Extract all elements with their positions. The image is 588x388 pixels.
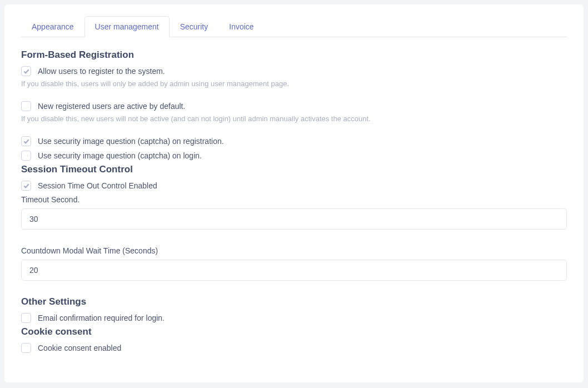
checkbox-email-confirm[interactable] xyxy=(21,313,31,323)
field-timeout-second: Timeout Second. xyxy=(21,195,567,242)
tab-bar: Appearance User management Security Invo… xyxy=(21,16,567,37)
input-countdown-wait[interactable] xyxy=(21,260,567,281)
tab-appearance[interactable]: Appearance xyxy=(21,16,84,37)
row-email-confirm: Email confirmation required for login. xyxy=(21,313,567,323)
row-captcha-login: Use security image question (captcha) on… xyxy=(21,151,567,161)
checkbox-captcha-register[interactable] xyxy=(21,136,31,146)
hint-allow-register: If you disable this, users will only be … xyxy=(21,79,567,88)
label-captcha-register: Use security image question (captcha) on… xyxy=(38,137,224,146)
section-title-session-timeout: Session Timeout Control xyxy=(21,164,567,175)
checkbox-session-enabled[interactable] xyxy=(21,181,31,191)
row-cookie-consent: Cookie consent enabled xyxy=(21,343,567,353)
settings-panel: Appearance User management Security Invo… xyxy=(4,4,584,382)
row-session-enabled: Session Time Out Control Enabled xyxy=(21,181,567,191)
tab-security[interactable]: Security xyxy=(170,16,219,37)
section-title-cookie-consent: Cookie consent xyxy=(21,326,567,337)
row-active-default: New registered users are active by defau… xyxy=(21,101,567,111)
checkbox-captcha-login[interactable] xyxy=(21,151,31,161)
check-icon xyxy=(23,68,29,74)
tab-user-management[interactable]: User management xyxy=(84,16,170,37)
label-cookie-consent: Cookie consent enabled xyxy=(38,344,121,352)
section-title-other-settings: Other Settings xyxy=(21,296,567,307)
row-captcha-register: Use security image question (captcha) on… xyxy=(21,136,567,146)
label-captcha-login: Use security image question (captcha) on… xyxy=(38,151,202,160)
label-active-default: New registered users are active by defau… xyxy=(38,102,185,111)
label-email-confirm: Email confirmation required for login. xyxy=(38,314,165,322)
row-allow-register: Allow users to register to the system. xyxy=(21,66,567,76)
checkbox-allow-register[interactable] xyxy=(21,66,31,76)
label-allow-register: Allow users to register to the system. xyxy=(38,67,165,76)
checkbox-cookie-consent[interactable] xyxy=(21,343,31,353)
field-countdown-wait: Countdown Modal Wait Time (Seconds) xyxy=(21,246,567,293)
section-title-form-registration: Form-Based Registration xyxy=(21,49,567,61)
label-session-enabled: Session Time Out Control Enabled xyxy=(38,181,157,190)
hint-active-default: If you disable this, new users will not … xyxy=(21,115,567,123)
check-icon xyxy=(23,138,29,145)
checkbox-active-default[interactable] xyxy=(21,101,31,111)
input-timeout-second[interactable] xyxy=(21,208,567,230)
check-icon xyxy=(23,183,29,189)
label-timeout-second: Timeout Second. xyxy=(21,195,567,204)
label-countdown-wait: Countdown Modal Wait Time (Seconds) xyxy=(21,246,567,255)
tab-invoice[interactable]: Invoice xyxy=(218,16,264,37)
